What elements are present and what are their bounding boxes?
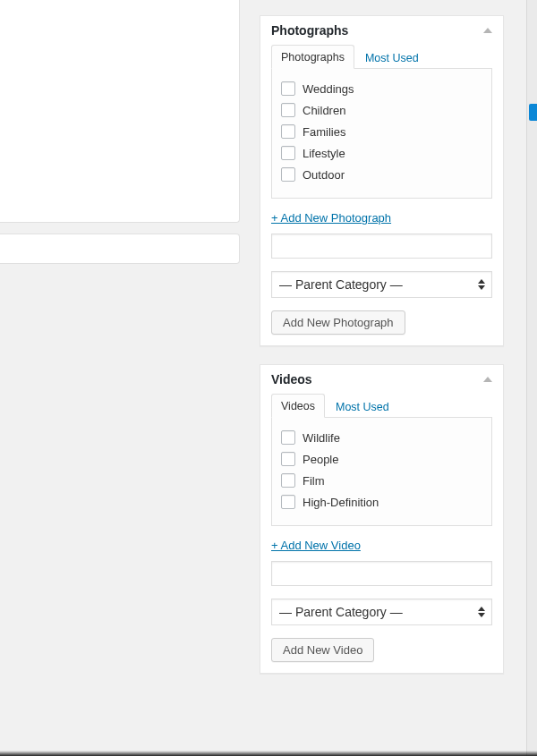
checkbox-label: High-Definition [303, 496, 379, 509]
checkbox-weddings[interactable] [281, 81, 295, 96]
photographs-metabox: Photographs Photographs Most Used Weddin… [260, 15, 504, 346]
photographs-tabs: Photographs Most Used [271, 45, 492, 69]
list-item: Outdoor [281, 164, 482, 185]
videos-title: Videos [271, 372, 312, 386]
list-item: Film [281, 470, 482, 491]
add-new-photograph-link[interactable]: + Add New Photograph [271, 211, 391, 225]
new-video-input[interactable] [271, 561, 492, 586]
editor-panel-fragment [0, 0, 240, 223]
sidebar-column: Photographs Photographs Most Used Weddin… [242, 0, 537, 756]
tab-videos-most-used[interactable]: Most Used [325, 395, 398, 418]
checkbox-label: Families [303, 125, 345, 139]
photographs-body: Photographs Most Used Weddings Children [260, 45, 503, 345]
list-item: Weddings [281, 78, 482, 99]
right-edge-strip [526, 0, 537, 756]
parent-category-select-wrap: — Parent Category — [271, 271, 492, 298]
collapse-icon [483, 377, 492, 382]
checkbox-label: Weddings [303, 82, 354, 96]
photographs-header[interactable]: Photographs [260, 16, 503, 45]
photographs-panel: Weddings Children Families Lifestyl [271, 68, 492, 199]
tab-photographs-all[interactable]: Photographs [271, 45, 354, 69]
parent-category-select[interactable]: — Parent Category — [271, 271, 492, 298]
tab-videos-all[interactable]: Videos [271, 394, 325, 418]
collapse-icon [483, 28, 492, 33]
videos-body: Videos Most Used Wildlife People [260, 394, 503, 673]
photographs-list: Weddings Children Families Lifestyl [281, 78, 482, 185]
checkbox-children[interactable] [281, 103, 295, 117]
checkbox-outdoor[interactable] [281, 167, 295, 182]
checkbox-label: Wildlife [303, 431, 340, 445]
checkbox-label: Lifestyle [303, 147, 345, 160]
add-new-photograph-button[interactable]: Add New Photograph [271, 310, 405, 335]
list-item: Lifestyle [281, 142, 482, 164]
editor-panel-fragment [0, 234, 240, 264]
parent-category-select[interactable]: — Parent Category — [271, 599, 492, 625]
checkbox-high-definition[interactable] [281, 495, 295, 509]
left-column [0, 0, 242, 756]
checkbox-label: People [303, 453, 338, 466]
checkbox-label: Outdoor [303, 168, 345, 182]
videos-metabox: Videos Videos Most Used Wildlife [260, 364, 504, 674]
list-item: High-Definition [281, 491, 482, 513]
tab-photographs-most-used[interactable]: Most Used [354, 47, 428, 69]
list-item: People [281, 448, 482, 470]
checkbox-families[interactable] [281, 124, 295, 139]
checkbox-lifestyle[interactable] [281, 146, 295, 160]
checkbox-label: Children [303, 104, 345, 117]
new-photograph-input[interactable] [271, 234, 492, 259]
videos-tabs: Videos Most Used [271, 394, 492, 418]
add-new-video-link[interactable]: + Add New Video [271, 539, 361, 552]
parent-category-select-wrap: — Parent Category — [271, 599, 492, 625]
photographs-title: Photographs [271, 23, 348, 38]
videos-list: Wildlife People Film High-Definitio [281, 427, 482, 513]
add-new-video-button[interactable]: Add New Video [271, 638, 374, 662]
videos-header[interactable]: Videos [260, 365, 503, 394]
list-item: Families [281, 121, 482, 142]
checkbox-wildlife[interactable] [281, 430, 295, 445]
bottom-shadow [0, 751, 537, 756]
list-item: Children [281, 99, 482, 121]
checkbox-people[interactable] [281, 452, 295, 466]
videos-panel: Wildlife People Film High-Definitio [271, 417, 492, 526]
blue-tag-icon [529, 104, 537, 121]
checkbox-film[interactable] [281, 473, 295, 488]
list-item: Wildlife [281, 427, 482, 448]
checkbox-label: Film [303, 474, 325, 488]
